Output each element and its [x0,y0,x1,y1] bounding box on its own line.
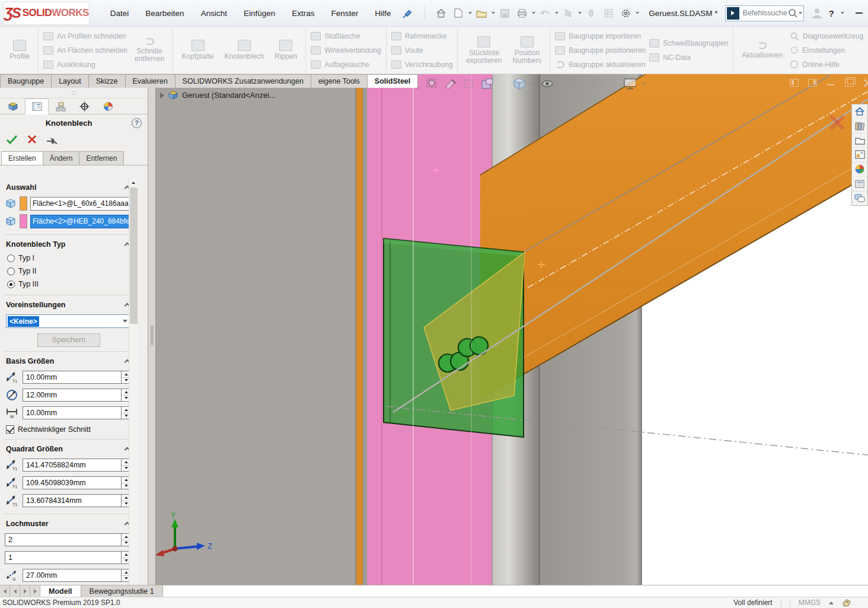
weldment-groups-button[interactable]: Schweißbaugruppen [649,37,728,49]
panel-scrollbar[interactable] [129,178,138,585]
user-login-icon[interactable] [811,7,823,19]
help-caret-icon[interactable] [841,12,844,14]
menu-fenster[interactable]: Fenster [323,5,366,21]
diameter-field[interactable]: 12.00mm [23,389,132,402]
preset-dropdown[interactable]: <Keine> [6,314,132,328]
command-search[interactable]: Befehlssuche [725,5,804,21]
selection-input-2[interactable]: Fläche<2>@HEB_240_684bfef4 [30,215,133,228]
help-menu[interactable]: ? [829,8,834,18]
tab-layout[interactable]: Layout [51,74,89,88]
right-angle-cut-row[interactable]: Rechtwinkliger Schnitt [0,422,138,435]
settings-caret-icon[interactable] [636,12,639,14]
tag-icon[interactable] [842,599,851,607]
tab-solidsteel[interactable]: SolidSteel [367,74,418,88]
tab-skizze[interactable]: Skizze [88,74,126,88]
model-tab[interactable]: Modell [40,585,81,597]
import-assembly-button[interactable]: Baugruppe importieren [555,30,646,42]
pin-button[interactable] [46,135,58,144]
doc-minimize-icon[interactable] [826,79,835,87]
position-assembly-button[interactable]: Baugruppe positionieren [555,44,646,56]
forum-icon[interactable] [852,192,867,205]
frame-corner-button[interactable]: Rahmenecke [391,30,453,42]
menu-datei[interactable]: Datei [103,5,137,21]
last-tab-icon[interactable] [30,585,40,597]
graphics-area[interactable]: Z Y X Geruest (Standard<Anzei... [148,74,868,585]
new-document-caret-icon[interactable] [468,12,472,14]
ribs-button[interactable]: Rippen [271,40,301,61]
update-assembly-button[interactable]: Baugruppe aktualisieren [555,59,646,71]
orientation-caret-icon[interactable] [532,82,535,85]
flyout-feature-tree[interactable]: Geruest (Standard<Anzei... [160,91,276,100]
first-tab-icon[interactable] [0,585,10,597]
thickness-field[interactable]: 10.00mm [23,371,132,384]
cut-at-profiles-button[interactable]: An Profilen schneiden [43,30,127,42]
scroll-up-icon[interactable] [132,182,135,184]
radio-typ-1[interactable]: Typ I [0,252,138,265]
configuration-manager-tab[interactable] [49,98,72,114]
nc-data-button[interactable]: NC-Data [649,52,728,63]
gusset-plate-button[interactable]: Knotenblech [221,40,268,61]
section-voreinstellungen-header[interactable]: Voreinstellungen [0,295,138,312]
view-palette-icon[interactable] [852,148,867,162]
search-caret-icon[interactable] [799,12,802,14]
angle-connection-button[interactable]: Winkelverbindung [311,44,381,56]
right-angle-cut-checkbox[interactable] [6,425,14,434]
quadrat-field-2[interactable]: 109.45098039mm [23,476,132,489]
menu-extras[interactable]: Extras [284,5,322,21]
section-auswahl-header[interactable]: Auswahl [0,178,138,195]
tab-eigene-tools[interactable]: eigene Tools [311,74,368,88]
undo-caret-icon[interactable] [555,12,559,14]
open-icon[interactable] [474,6,489,20]
display-manager-tab[interactable] [96,98,120,114]
settings-gear-icon[interactable] [618,6,633,20]
section-lochmuster-header[interactable]: Lochmuster [0,514,138,531]
quadrat-field-1[interactable]: 141.47058824mm [23,459,132,472]
edit-appearance-icon[interactable] [573,78,586,90]
minimize-button[interactable] [850,6,868,20]
selection-input-1[interactable]: Fläche<1>@L_60x6_4186aaa7-( [30,197,133,211]
zoom-to-area-icon[interactable] [426,78,439,90]
cut-at-faces-button[interactable]: An Flächen schneiden [43,44,127,56]
hide-show-eye-icon[interactable] [541,78,554,90]
mode-aendern-tab[interactable]: Ändern [43,151,80,165]
section-typ-header[interactable]: Knotenblech Typ [0,235,138,252]
select-caret-icon[interactable] [578,12,582,14]
property-manager-tab[interactable] [25,98,49,114]
hole-count-field-2[interactable]: 1 [5,551,132,564]
save-icon[interactable] [497,6,512,20]
view-settings-monitor-icon[interactable] [623,78,636,90]
section-quadrat-header[interactable]: Quadrat Größen [0,440,138,456]
design-library-icon[interactable] [852,119,867,133]
menu-ansicht[interactable]: Ansicht [193,5,235,21]
haunch-button[interactable]: Voute [391,44,453,56]
search-input[interactable]: Befehlssuche [739,9,787,17]
prev-tab-icon[interactable] [10,585,20,597]
refresh-button[interactable]: Aktualisieren [738,42,786,59]
doc-close-icon[interactable] [863,79,868,87]
pin-menu-icon[interactable] [401,7,414,20]
tab-zusatzanwendungen[interactable]: SOLIDWORKS Zusatzanwendungen [175,74,311,88]
online-help-button[interactable]: Online-Hilfe [790,59,863,71]
mode-erstellen-tab[interactable]: Erstellen [1,151,43,165]
ok-button[interactable] [6,135,18,144]
dimxpert-manager-tab[interactable] [72,98,96,114]
new-document-icon[interactable] [451,6,466,20]
magnet-icon[interactable] [583,6,599,20]
appearances-icon[interactable] [852,163,867,177]
custom-properties-icon[interactable] [852,177,867,191]
radio-typ-3[interactable]: Typ III [0,278,138,291]
width-field[interactable]: 10.00mm [23,406,132,419]
mode-entfernen-tab[interactable]: Entfernen [79,151,124,165]
unit-system[interactable]: MMGS [799,599,821,607]
support-plate-button[interactable]: Auflagelasche [311,59,381,71]
section-basis-header[interactable]: Basis Größen [0,352,138,368]
hole-count-field-1[interactable]: 2 [5,533,132,546]
export-bom-button[interactable]: Stückliste exportieren [462,36,505,65]
home-icon[interactable] [433,6,449,20]
taskpane-home-icon[interactable] [852,104,867,119]
tree-expand-icon[interactable] [160,93,164,98]
view-settings-caret-icon[interactable] [642,82,646,85]
vertical-profile-edge-selected[interactable] [356,74,363,585]
display-style-icon[interactable] [481,78,494,90]
apply-scene-icon[interactable] [591,78,604,90]
